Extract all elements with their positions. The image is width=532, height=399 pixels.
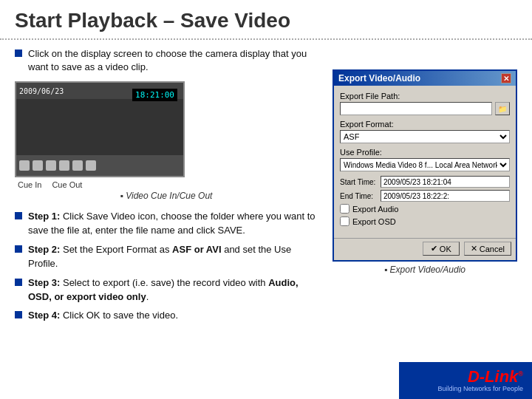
bullet-icon — [15, 50, 22, 57]
step-row-1: Step 1: Click Save Video icon, choose th… — [15, 210, 318, 238]
export-format-label: Export Format: — [340, 120, 510, 129]
export-osd-checkbox[interactable] — [340, 216, 349, 226]
page-footer: D-Link® Building Networks for People — [399, 362, 532, 399]
ok-checkmark-icon: ✔ — [431, 244, 437, 253]
steps-list: Step 1: Click Save Video icon, choose th… — [15, 210, 318, 323]
dlink-d: D-Link — [468, 367, 518, 386]
dialog-close-button[interactable]: ✕ — [501, 73, 511, 83]
camera-preview: 2009/06/23 18:21:00 — [15, 81, 185, 177]
step4-bullet — [15, 311, 22, 318]
export-audio-checkbox[interactable] — [340, 204, 349, 214]
preview-timestamp: 18:21:00 — [132, 89, 177, 101]
end-time-row: End Time: — [340, 190, 510, 202]
dialog-caption: ▪ Export Video/Audio — [332, 265, 517, 275]
export-dialog: Export Video/Audio ✕ Export File Path: 📁… — [332, 69, 517, 262]
step-row-3: Step 3: Select to export (i.e. save) the… — [15, 276, 318, 304]
export-file-path-input[interactable] — [340, 102, 492, 115]
step3-label: Step 3: — [28, 277, 60, 288]
step1-label: Step 1: — [28, 211, 60, 222]
intro-text: Click on the display screen to choose th… — [28, 47, 318, 74]
export-osd-label: Export OSD — [352, 217, 396, 226]
step4-text: Step 4: Click OK to save the video. — [28, 309, 318, 323]
right-panel: Export Video/Audio ✕ Export File Path: 📁… — [332, 47, 517, 328]
step2-text: Step 2: Set the Export Format as ASF or … — [28, 243, 318, 271]
step4-content: Click OK to save the video. — [63, 310, 178, 321]
step2-plain: Set the Export Format as — [63, 244, 172, 255]
use-profile-label: Use Profile: — [340, 148, 510, 157]
cue-labels: Cue In Cue Out — [18, 180, 318, 189]
export-file-path-label: Export File Path: — [340, 92, 510, 100]
intro-bullet: Click on the display screen to choose th… — [15, 47, 318, 74]
dlink-logo: D-Link® — [468, 369, 523, 385]
dialog-footer: ✔ OK ✕ Cancel — [334, 238, 516, 260]
step-row-4: Step 4: Click OK to save the video. — [15, 309, 318, 323]
ok-label: OK — [440, 245, 451, 253]
step2-bullet — [15, 245, 22, 253]
page-title: Start Playback – Save Video — [0, 0, 532, 38]
start-time-input[interactable] — [381, 176, 510, 188]
start-time-label: Start Time: — [340, 178, 381, 186]
step3-bullet — [15, 279, 22, 286]
step3-plain: Select to export (i.e. save) the record … — [63, 277, 268, 288]
end-time-input[interactable] — [381, 190, 510, 202]
step2-bold: ASF or AVI — [172, 244, 221, 255]
cue-out-label: Cue Out — [52, 180, 82, 189]
ctrl-btn-5[interactable] — [72, 160, 83, 171]
step2-label: Step 2: — [28, 244, 60, 255]
export-osd-row: Export OSD — [340, 216, 510, 226]
dlink-tagline: Building Networks for People — [437, 385, 523, 392]
export-file-path-row: 📁 — [340, 102, 510, 115]
ctrl-btn-4[interactable] — [59, 160, 69, 171]
main-content: Click on the display screen to choose th… — [0, 47, 532, 328]
step3-end: . — [146, 291, 149, 302]
cancel-button[interactable]: ✕ Cancel — [464, 242, 511, 256]
preview-date: 2009/06/23 — [19, 87, 64, 95]
step-row-2: Step 2: Set the Export Format as ASF or … — [15, 243, 318, 271]
step1-content: Click Save Video icon, choose the folder… — [28, 211, 316, 236]
dialog-body: Export File Path: 📁 Export Format: ASF A… — [334, 86, 516, 235]
dialog-titlebar: Export Video/Audio ✕ — [334, 71, 516, 86]
ok-button[interactable]: ✔ OK — [423, 242, 460, 256]
preview-controls — [16, 155, 183, 176]
end-time-label: End Time: — [340, 192, 381, 200]
ctrl-btn-3[interactable] — [46, 160, 56, 171]
ctrl-btn-2[interactable] — [33, 160, 43, 171]
cue-in-label: Cue In — [18, 180, 41, 189]
ctrl-btn-1[interactable] — [19, 160, 30, 171]
step3-text: Step 3: Select to export (i.e. save) the… — [28, 276, 318, 304]
use-profile-select[interactable]: Windows Media Video 8 f... Local Area Ne… — [340, 158, 510, 171]
step1-bullet — [15, 212, 22, 219]
cancel-x-icon: ✕ — [471, 244, 477, 253]
export-audio-label: Export Audio — [352, 205, 398, 214]
ctrl-btn-6[interactable] — [86, 160, 96, 171]
browse-button[interactable]: 📁 — [495, 102, 510, 115]
title-divider — [0, 38, 532, 40]
dialog-title: Export Video/Audio — [338, 73, 420, 83]
dlink-registered: ® — [518, 370, 523, 378]
left-panel: Click on the display screen to choose th… — [15, 47, 318, 328]
step1-text: Step 1: Click Save Video icon, choose th… — [28, 210, 318, 238]
export-format-select[interactable]: ASF AVI — [340, 130, 510, 143]
preview-caption: ▪ Video Cue In/Cue Out — [15, 191, 318, 201]
cancel-label: Cancel — [480, 245, 505, 253]
step4-label: Step 4: — [28, 310, 60, 321]
export-audio-row: Export Audio — [340, 204, 510, 214]
start-time-row: Start Time: — [340, 176, 510, 188]
